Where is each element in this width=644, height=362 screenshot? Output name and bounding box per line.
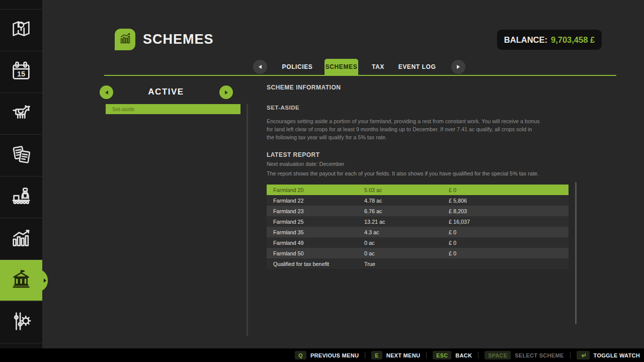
hint-separator (426, 352, 427, 358)
hint-separator (570, 352, 571, 358)
tab-underline (104, 75, 616, 76)
hint-back: ESC BACK (433, 351, 472, 359)
table-row[interactable]: Farmland 20 5.03 ac £ 0 (267, 185, 569, 195)
table-row[interactable]: Qualified for tax benefit True (267, 258, 569, 269)
table-row[interactable]: Farmland 50 0 ac £ 0 (267, 248, 569, 258)
scheme-list-item-set-aside[interactable]: Set-aside (106, 104, 240, 114)
sidebar-item-statistics[interactable] (0, 218, 42, 259)
latest-report-heading: LATEST REPORT (267, 151, 320, 158)
scheme-name-heading: SET-ASIDE (267, 105, 299, 111)
sidebar-item-calendar[interactable]: 15 (0, 51, 42, 92)
animals-icon (10, 101, 33, 126)
page-title: SCHEMES (143, 32, 214, 47)
hint-label: TOGGLE WATCH (594, 352, 640, 358)
hint-previous-menu: Q PREVIOUS MENU (295, 351, 359, 359)
field-area: True (358, 261, 442, 267)
hint-next-menu: E NEXT MENU (371, 351, 420, 359)
hint-label: SELECT SCHEME (515, 352, 564, 358)
schemes-header-icon (115, 29, 135, 50)
table-row[interactable]: Farmland 35 4.3 ac £ 0 (267, 227, 569, 237)
field-name: Qualified for tax benefit (267, 261, 358, 267)
tab-policies[interactable]: POLICIES (278, 60, 317, 74)
hint-label: BACK (455, 352, 472, 358)
field-name: Farmland 22 (267, 198, 358, 204)
sidebar-item-partial-bottom (0, 343, 42, 348)
key-e: E (371, 351, 382, 359)
field-payout: £ 16,037 (442, 219, 569, 225)
hint-select-scheme: SPACE SELECT SCHEME (485, 351, 564, 359)
field-name: Farmland 49 (267, 240, 358, 246)
field-name: Farmland 50 (267, 250, 358, 256)
active-list-prev-button[interactable] (100, 85, 113, 99)
sidebar-item-animals[interactable] (0, 93, 42, 134)
chevron-left-icon (105, 90, 108, 95)
field-payout: £ 8,203 (442, 208, 569, 214)
chart-bubble-icon (118, 31, 133, 48)
field-area: 4.3 ac (358, 229, 442, 235)
statistics-icon (10, 226, 33, 251)
tab-tax[interactable]: TAX (366, 60, 390, 74)
hint-toggle-watch: TOGGLE WATCH (577, 351, 640, 359)
active-panel-title: ACTIVE (121, 87, 211, 97)
field-name: Farmland 25 (267, 219, 358, 225)
hint-label: PREVIOUS MENU (310, 352, 359, 358)
balance-label: BALANCE: (504, 35, 547, 45)
tabs-next-button[interactable] (451, 60, 465, 74)
field-name: Farmland 35 (267, 229, 358, 235)
bank-icon (10, 268, 33, 293)
tabs-prev-button[interactable] (253, 60, 267, 74)
field-area: 0 ac (358, 240, 442, 246)
enter-icon (577, 351, 590, 359)
schemes-screen: 15 (0, 0, 644, 362)
sidebar-item-partial-top (0, 0, 42, 9)
key-space: SPACE (485, 351, 511, 359)
table-row[interactable]: Farmland 23 6.76 ac £ 8,203 (267, 206, 569, 216)
sidebar-item-finances[interactable] (0, 259, 42, 301)
field-area: 4.78 ac (358, 198, 442, 204)
sidebar-item-settings[interactable] (0, 301, 42, 342)
balance-badge: BALANCE: 9,703,458 £ (497, 30, 602, 50)
scheme-information-heading: SCHEME INFORMATION (267, 84, 341, 91)
hint-separator (478, 352, 478, 358)
chevron-left-icon (259, 65, 262, 69)
production-icon (10, 185, 33, 210)
sidebar: 15 (0, 0, 42, 348)
contracts-icon (10, 143, 33, 168)
key-q: Q (295, 351, 306, 359)
field-payout: £ 0 (442, 187, 569, 193)
active-list-next-button[interactable] (219, 85, 233, 99)
hint-label: NEXT MENU (386, 352, 420, 358)
hint-separator (365, 352, 365, 358)
balance-value: 9,703,458 £ (551, 35, 595, 45)
field-payout: £ 0 (442, 250, 569, 256)
sidebar-item-contracts[interactable] (0, 134, 42, 175)
field-payout: £ 0 (442, 240, 569, 246)
panel-scrollbar[interactable] (247, 104, 248, 336)
table-row[interactable]: Farmland 22 4.78 ac £ 5,806 (267, 195, 569, 206)
tab-schemes[interactable]: SCHEMES (325, 59, 358, 75)
settings-icon (10, 310, 33, 335)
sidebar-item-production[interactable] (0, 176, 42, 217)
field-payout: £ 0 (442, 229, 569, 235)
scheme-description: Encourages setting aside a portion of yo… (267, 117, 541, 142)
field-area: 0 ac (358, 250, 442, 256)
chevron-right-icon (225, 90, 228, 95)
table-row[interactable]: Farmland 25 13.21 ac £ 16,037 (267, 216, 569, 227)
chevron-right-icon (457, 65, 460, 69)
svg-text:15: 15 (17, 69, 25, 77)
field-area: 13.21 ac (358, 219, 442, 225)
calendar-icon: 15 (10, 59, 33, 84)
table-row[interactable]: Farmland 49 0 ac £ 0 (267, 237, 569, 248)
field-name: Farmland 23 (267, 208, 358, 214)
field-area: 6.76 ac (358, 208, 442, 214)
keybind-bar: Q PREVIOUS MENU E NEXT MENU ESC BACK SPA… (0, 348, 644, 362)
report-table: Farmland 20 5.03 ac £ 0 Farmland 22 4.78… (267, 185, 569, 269)
map-icon (10, 18, 33, 43)
report-note: The report shows the payout for each of … (267, 170, 539, 176)
field-name: Farmland 20 (267, 187, 358, 193)
content-scrollbar[interactable] (575, 182, 577, 324)
field-payout: £ 5,806 (442, 198, 569, 204)
sidebar-item-map[interactable] (0, 9, 42, 50)
tab-event-log[interactable]: EVENT LOG (397, 60, 437, 74)
field-area: 5.03 ac (358, 187, 442, 193)
